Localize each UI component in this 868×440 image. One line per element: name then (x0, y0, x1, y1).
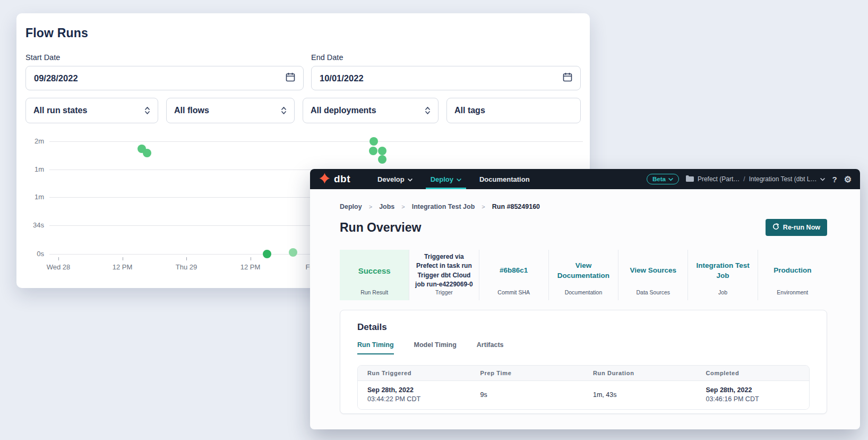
flow-run-point[interactable] (369, 147, 377, 155)
card-value[interactable]: #6b86c1 (500, 266, 528, 275)
table-cell: 9s (471, 391, 584, 399)
start-date-label: Start Date (25, 53, 311, 62)
table-cell: 1m, 43s (583, 391, 697, 399)
nav-items: DevelopDeployDocumentation (368, 169, 539, 189)
beta-badge[interactable]: Beta (647, 174, 679, 184)
breadcrumb-item-run-85249160: Run #85249160 (492, 203, 540, 210)
end-date-input[interactable]: 10/01/2022 (311, 66, 581, 90)
all-deployments-select[interactable]: All deployments (303, 98, 439, 123)
project-env-separator: / (743, 175, 745, 183)
table-cell: Sep 28th, 202203:46:16 PM CDT (697, 386, 810, 403)
tab-artifacts[interactable]: Artifacts (477, 341, 504, 354)
rerun-now-button[interactable]: Re-run Now (766, 219, 827, 236)
refresh-icon (772, 223, 779, 232)
flow-run-point[interactable] (378, 147, 386, 155)
breadcrumb: Deploy>Jobs>Integration Test Job>Run #85… (340, 203, 827, 210)
summary-card-commit-sha[interactable]: #6b86c1Commit SHA (479, 250, 548, 300)
flow-run-point[interactable] (263, 250, 271, 258)
nav-item-documentation[interactable]: Documentation (470, 169, 539, 189)
summary-card-environment[interactable]: ProductionEnvironment (758, 250, 827, 300)
chevron-down-icon (668, 176, 673, 182)
start-date-input[interactable]: 09/28/2022 (25, 66, 304, 90)
chevron-updown-icon (281, 106, 287, 115)
chevron-updown-icon (425, 106, 431, 115)
nav-item-label: Documentation (479, 175, 530, 183)
env-switcher[interactable]: Prefect (Part… / Integration Test (dbt L… (686, 175, 826, 183)
card-value[interactable]: Integration Test Job (692, 261, 753, 280)
card-label: Job (688, 289, 757, 295)
folder-icon (686, 175, 694, 183)
tab-model-timing[interactable]: Model Timing (414, 341, 457, 354)
card-value[interactable]: View Documentation (553, 261, 614, 280)
chevron-down-icon (820, 175, 825, 183)
details-title: Details (357, 322, 810, 333)
breadcrumb-item-integration-test-job[interactable]: Integration Test Job (412, 203, 475, 210)
x-axis-label: 12 PM (104, 263, 141, 271)
tab-run-timing[interactable]: Run Timing (357, 341, 394, 354)
card-value[interactable]: View Sources (630, 266, 676, 275)
all-tags-select[interactable]: All tags (446, 98, 581, 123)
table-body: Sep 28th, 202203:44:22 PM CDT9s1m, 43sSe… (358, 381, 809, 409)
card-label: Commit SHA (479, 289, 548, 295)
card-value[interactable]: Production (774, 266, 811, 275)
environment-name: Integration Test (dbt L… (749, 175, 817, 183)
card-label: Documentation (549, 289, 618, 295)
table-cell-value: 9s (480, 391, 584, 399)
nav-item-deploy[interactable]: Deploy (422, 169, 470, 189)
dbt-logo-text: dbt (334, 173, 350, 185)
dbt-logo[interactable]: dbt (319, 172, 350, 187)
y-axis-label: 1m (16, 165, 44, 173)
start-date-value: 09/28/2022 (34, 73, 78, 83)
calendar-icon[interactable] (563, 72, 572, 84)
timing-table: Run TriggeredPrep TimeRun DurationComple… (357, 365, 810, 410)
breadcrumb-item-deploy[interactable]: Deploy (340, 203, 362, 210)
chevron-down-icon (457, 175, 461, 183)
y-axis-label: 0s (16, 250, 44, 258)
table-header-cell-run-duration: Run Duration (583, 370, 697, 376)
y-axis-label: 34s (16, 221, 44, 229)
all-tags-value: All tags (454, 106, 485, 115)
end-date-value: 10/01/2022 (320, 73, 364, 83)
project-name: Prefect (Part… (698, 175, 740, 183)
chart-gridline (49, 141, 583, 142)
rerun-now-label: Re-run Now (783, 224, 820, 231)
beta-badge-label: Beta (652, 176, 666, 182)
summary-card-data-sources[interactable]: View SourcesData Sources (618, 250, 687, 300)
card-value: Triggered via Prefect in task run Trigge… (414, 252, 474, 290)
table-row: Sep 28th, 202203:44:22 PM CDT9s1m, 43sSe… (358, 381, 809, 409)
nav-item-label: Deploy (431, 175, 453, 183)
nav-item-develop[interactable]: Develop (368, 169, 422, 189)
flow-runs-title: Flow Runs (25, 26, 590, 40)
breadcrumb-item-jobs[interactable]: Jobs (379, 203, 394, 210)
flow-run-point[interactable] (378, 155, 386, 164)
breadcrumb-separator: > (369, 204, 372, 210)
flow-run-point[interactable] (289, 248, 297, 257)
details-tabs: Run TimingModel TimingArtifacts (357, 341, 810, 354)
end-date-label: End Date (311, 53, 343, 62)
breadcrumb-separator: > (401, 204, 405, 210)
flow-run-point[interactable] (369, 137, 378, 146)
nav-item-label: Develop (377, 175, 405, 183)
dbt-window: dbt DevelopDeployDocumentation Beta Pref… (310, 169, 860, 429)
all-run-states-select[interactable]: All run states (25, 98, 158, 123)
all-run-states-value: All run states (33, 106, 87, 115)
x-axis-tick (251, 257, 251, 260)
card-value: Success (358, 266, 391, 275)
x-axis-tick (58, 257, 59, 260)
all-flows-select[interactable]: All flows (166, 98, 295, 123)
summary-card-run-result: SuccessRun Result (340, 250, 409, 300)
summary-card-job[interactable]: Integration Test JobJob (687, 250, 757, 300)
all-flows-value: All flows (174, 106, 209, 115)
summary-card-documentation[interactable]: View DocumentationDocumentation (548, 250, 618, 300)
filter-row: All run statesAll flowsAll deploymentsAl… (25, 98, 581, 123)
details-card: Details Run TimingModel TimingArtifacts … (340, 310, 827, 414)
table-cell-subvalue: 03:44:22 PM CDT (367, 395, 471, 403)
dbt-logo-icon (319, 172, 331, 187)
summary-cards: SuccessRun ResultTriggered via Prefect i… (340, 250, 827, 300)
table-cell: Sep 28th, 202203:44:22 PM CDT (358, 386, 471, 403)
calendar-icon[interactable] (286, 72, 295, 84)
help-icon[interactable]: ? (832, 175, 837, 184)
gear-icon[interactable]: ⚙ (844, 174, 852, 184)
flow-run-point[interactable] (143, 149, 151, 157)
y-axis-label: 2m (16, 137, 44, 145)
